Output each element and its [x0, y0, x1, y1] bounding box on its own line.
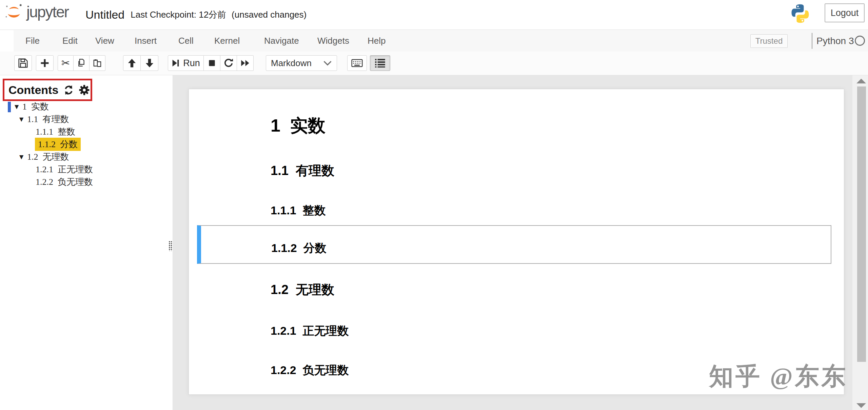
arrow-up-icon: [127, 58, 136, 68]
heading-cell-1[interactable]: 1 实数: [189, 117, 844, 134]
heading-cell-1-2[interactable]: 1.2 无理数: [189, 283, 844, 296]
logout-button[interactable]: Logout: [825, 3, 865, 22]
python-logo-icon: [790, 3, 810, 24]
toc-refresh-button[interactable]: [63, 84, 74, 95]
move-cell-up-button[interactable]: [123, 55, 141, 71]
jupyter-logo-icon: [5, 2, 23, 22]
toc-sidebar: Contents: [0, 75, 173, 410]
toc-item-1-2-1[interactable]: 1.2.1 正无理数: [0, 163, 173, 176]
menubar: File Edit View Insert Cell Kernel Naviga…: [0, 30, 868, 52]
menu-navigate[interactable]: Navigate: [264, 30, 299, 52]
toc-item-1-1-2[interactable]: 1.1.2 分数: [0, 138, 173, 151]
toolbar: ✂: [0, 52, 868, 75]
notebook-page: 1 实数 1.1 有理数 1.1.1 整数 1.1.2 分数 1.2 无理数 1…: [189, 89, 844, 395]
collapse-arrow-icon[interactable]: ▼: [19, 154, 27, 160]
notebook-container: 1 实数 1.1 有理数 1.1.1 整数 1.1.2 分数 1.2 无理数 1…: [173, 75, 868, 410]
scrollbar-thumb[interactable]: [857, 86, 866, 362]
run-button-group: Run: [168, 55, 254, 71]
unsaved-changes-status: (unsaved changes): [232, 9, 307, 20]
forward-icon: [241, 59, 250, 67]
toc-tree: ▼1 实数 ▼1.1 有理数 1.1.1 整数 1.1.2 分数 ▼1.2 无理…: [0, 100, 173, 188]
content-area: Contents: [0, 75, 868, 410]
menu-insert[interactable]: Insert: [135, 30, 157, 52]
run-button-label: Run: [183, 58, 200, 69]
toc-item-1-2-2[interactable]: 1.2.2 负无理数: [0, 176, 173, 188]
stop-button[interactable]: [204, 55, 220, 71]
trusted-badge[interactable]: Trusted: [750, 34, 788, 48]
keyboard-icon: [351, 58, 363, 68]
cell-type-value: Markdown: [271, 58, 312, 69]
selected-markdown-cell[interactable]: 1.1.2 分数: [197, 225, 831, 264]
heading-cell-1-2-1[interactable]: 1.2.1 正无理数: [189, 325, 844, 336]
list-icon: [375, 58, 386, 68]
menubar-gutter: [0, 30, 14, 52]
toc-item-1-1[interactable]: ▼1.1 有理数: [0, 113, 173, 125]
jupyter-logo-text: jupyter: [26, 3, 68, 21]
add-cell-button[interactable]: [36, 55, 54, 71]
restart-icon: [224, 58, 233, 68]
edit-button-group: ✂: [58, 55, 105, 71]
cut-button[interactable]: ✂: [58, 55, 74, 71]
toc-highlighted-item: 1.1.2 分数: [35, 138, 81, 151]
kernel-idle-icon: [855, 36, 865, 46]
run-button[interactable]: Run: [168, 55, 204, 71]
copy-icon: [77, 58, 86, 68]
command-palette-button[interactable]: [347, 55, 367, 71]
scroll-down-arrow-icon[interactable]: [856, 403, 866, 408]
chevron-down-icon: [323, 60, 332, 66]
cell-type-select[interactable]: Markdown: [266, 55, 337, 71]
heading-cell-1-1-2: 1.1.2 分数: [201, 242, 831, 254]
save-icon: [18, 58, 28, 68]
kernel-name: Python 3: [816, 30, 854, 52]
sidebar-resize-handle[interactable]: [169, 241, 173, 251]
notebook-title[interactable]: Untitled: [85, 8, 124, 21]
plus-icon: [40, 58, 50, 68]
gear-icon: [79, 85, 90, 95]
menu-kernel[interactable]: Kernel: [214, 30, 240, 52]
toc-item-1-1-1[interactable]: 1.1.1 整数: [0, 125, 173, 138]
save-button[interactable]: [14, 55, 32, 71]
move-button-group: [123, 55, 158, 71]
scroll-up-arrow-icon[interactable]: [856, 79, 866, 83]
header: jupyter Untitled Last Checkpoint: 12分前 (…: [0, 0, 868, 30]
menu-view[interactable]: View: [95, 30, 114, 52]
collapse-arrow-icon[interactable]: ▼: [19, 116, 27, 122]
toc-item-1[interactable]: ▼1 实数: [0, 100, 173, 113]
menu-edit[interactable]: Edit: [62, 30, 78, 52]
fast-forward-button[interactable]: [237, 55, 254, 71]
menu-cell[interactable]: Cell: [178, 30, 194, 52]
heading-cell-1-1[interactable]: 1.1 有理数: [189, 164, 844, 177]
toc-item-1-2[interactable]: ▼1.2 无理数: [0, 151, 173, 163]
watermark: 知乎 @东东: [709, 360, 848, 393]
paste-button[interactable]: [90, 55, 105, 71]
kernel-divider: [812, 33, 812, 49]
menu-widgets[interactable]: Widgets: [317, 30, 349, 52]
toc-title: Contents: [8, 83, 58, 97]
scissors-icon: ✂: [61, 58, 70, 68]
move-cell-down-button[interactable]: [141, 55, 158, 71]
arrow-down-icon: [145, 58, 154, 68]
paste-icon: [93, 58, 102, 68]
restart-kernel-button[interactable]: [220, 55, 237, 71]
copy-button[interactable]: [74, 55, 90, 71]
menu-file[interactable]: File: [25, 30, 40, 52]
refresh-icon: [63, 85, 74, 95]
menu-help[interactable]: Help: [368, 30, 386, 52]
vertical-scrollbar[interactable]: [852, 75, 868, 410]
collapse-arrow-icon[interactable]: ▼: [15, 103, 22, 110]
heading-cell-1-1-1[interactable]: 1.1.1 整数: [189, 204, 844, 216]
jupyter-logo[interactable]: jupyter: [5, 2, 68, 22]
toc-toggle-button[interactable]: [370, 55, 390, 71]
checkpoint-status: Last Checkpoint: 12分前: [131, 9, 226, 21]
stop-icon: [208, 59, 216, 67]
toc-settings-button[interactable]: [79, 84, 90, 95]
step-forward-icon: [172, 59, 180, 67]
toc-header-annotation-box: Contents: [3, 79, 92, 101]
